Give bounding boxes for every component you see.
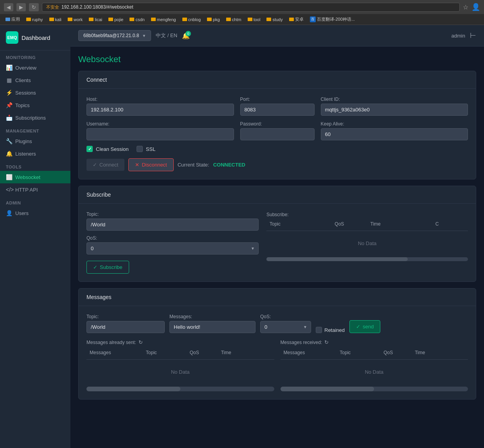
bookmark-kali[interactable]: kali (47, 16, 64, 23)
subscriptions-icon: 📩 (6, 115, 12, 121)
folder-icon (68, 18, 72, 21)
folder-icon (207, 18, 212, 21)
client-id-label: Client ID: (321, 97, 468, 102)
bookmark-pkg[interactable]: pkg (205, 16, 222, 23)
messages-tables: Messages already sent: ↻ Messages Topic … (86, 339, 468, 391)
client-id-input[interactable] (321, 104, 468, 116)
folder-icon (266, 18, 271, 21)
subscribe-table-header: Topic QoS Time C (266, 220, 468, 231)
ssl-checkbox[interactable] (137, 146, 143, 152)
subscribe-qos-label: QoS: (86, 235, 259, 241)
clients-icon: ▦ (6, 77, 12, 83)
forward-button[interactable]: ▶ (16, 3, 26, 11)
recv-col-messages: Messages (281, 348, 337, 357)
host-label: Host: (86, 97, 234, 102)
sidebar-item-users[interactable]: 👤 Users (0, 207, 70, 219)
account-button[interactable]: 👤 (471, 3, 480, 11)
address-bar[interactable]: 不安全 192.168.2.100:18083/#/websocket (42, 3, 460, 12)
sidebar-item-overview[interactable]: 📊 Overview (0, 61, 70, 74)
messages-form-row: Topic: Messages: QoS: 0 (86, 314, 468, 333)
messages-topic-input[interactable] (86, 321, 165, 333)
bookmark-cnblog[interactable]: cnblog (180, 16, 203, 23)
bookmark-tool[interactable]: tool (245, 16, 263, 23)
language-button[interactable]: 中文 / EN (156, 32, 177, 39)
bookmark-study[interactable]: study (264, 16, 285, 23)
port-input[interactable] (240, 104, 315, 116)
bookmark-pojie[interactable]: pojie (106, 16, 126, 23)
disconnect-button[interactable]: ✕ Disconnect (128, 158, 173, 171)
clean-session-label: Clean Session (96, 146, 129, 152)
admin-user-button[interactable]: admin (452, 33, 465, 39)
keep-alive-input[interactable] (321, 128, 468, 140)
bookmark-android[interactable]: 安卓 (287, 16, 306, 23)
folder-icon (130, 18, 134, 21)
subscribe-scrollbar[interactable] (266, 257, 468, 261)
subscribe-card: Subscribe Topic: QoS: (78, 186, 476, 282)
col-action: C (432, 220, 468, 228)
sent-col-qos: QoS (187, 348, 218, 357)
plugins-icon: 🔧 (6, 138, 12, 144)
folder-icon (49, 18, 54, 21)
subscribe-qos-select[interactable]: 0 1 2 (86, 242, 259, 254)
bookmark-work[interactable]: work (65, 16, 85, 23)
sidebar-item-plugins[interactable]: 🔧 Plugins (0, 135, 70, 147)
connect-btn-label: Connect (99, 162, 118, 168)
subscribe-button[interactable]: ✓ Subscribe (86, 261, 129, 274)
folder-icon (151, 18, 156, 21)
logout-button[interactable]: ⊢ (470, 31, 476, 40)
sent-scrollbar-thumb (86, 387, 180, 391)
sent-table-header: Messages Topic QoS Time (86, 348, 274, 360)
security-warning: 不安全 (46, 4, 59, 10)
sidebar-item-subscriptions[interactable]: 📩 Subscriptions (0, 111, 70, 124)
messages-topic-group: Topic: (86, 314, 165, 333)
sidebar-item-sessions[interactable]: ⚡ Sessions (0, 86, 70, 99)
bookmark-chtm[interactable]: chtm (224, 16, 244, 23)
clean-session-checkbox[interactable]: ✓ (86, 146, 93, 152)
received-title: Messages received: ↻ (281, 339, 468, 345)
sent-refresh-icon[interactable]: ↻ (139, 339, 143, 345)
bookmark-ruphy[interactable]: ruphy (24, 16, 45, 23)
sidebar-item-websocket[interactable]: ⬜ Websocket (0, 171, 70, 183)
address-text: 192.168.2.100:18083/#/websocket (61, 4, 133, 10)
sessions-icon: ⚡ (6, 90, 12, 96)
messages-qos-group: QoS: 0 1 2 ▼ (260, 314, 311, 333)
bookmark-mengfeng[interactable]: mengfeng (149, 16, 178, 23)
received-refresh-icon[interactable]: ↻ (324, 339, 329, 345)
apps-icon (5, 18, 10, 21)
overview-label: Overview (15, 65, 36, 71)
folder-icon (248, 18, 252, 21)
messages-qos-select[interactable]: 0 1 2 (260, 321, 311, 333)
host-input[interactable] (86, 104, 234, 116)
current-state-value: CONNECTED (213, 162, 245, 168)
baidu-icon: 百 (310, 16, 316, 22)
refresh-button[interactable]: ↻ (29, 3, 39, 11)
connect-button[interactable]: ✓ Connect (86, 159, 124, 171)
subscribe-topic-input[interactable] (86, 219, 259, 231)
bookmark-star-button[interactable]: ☆ (463, 4, 468, 11)
sidebar-item-clients[interactable]: ▦ Clients (0, 74, 70, 86)
username-input[interactable] (86, 128, 234, 140)
keep-alive-label: Keep Alive: (321, 121, 468, 127)
server-selector[interactable]: 68b0faeb9faa@172.21.0.8 ▼ (78, 30, 151, 41)
sidebar-item-listeners[interactable]: 🔔 Listeners (0, 147, 70, 160)
port-label: Port: (240, 97, 315, 102)
monitoring-section-label: MONITORING (0, 50, 70, 61)
bookmark-licai[interactable]: licai (86, 16, 104, 23)
bookmark-apps[interactable]: 应用 (3, 16, 22, 23)
retained-checkbox[interactable] (316, 327, 322, 333)
received-table-header: Messages Topic QoS Time (281, 348, 468, 360)
sent-title-text: Messages already sent: (86, 340, 136, 345)
bookmark-baidu-translate[interactable]: 百 百度翻译-200种语... (308, 16, 357, 23)
messages-card-header: Messages (79, 289, 476, 306)
sent-scrollbar[interactable] (86, 387, 274, 391)
received-scrollbar[interactable] (281, 387, 468, 391)
sidebar-item-topics[interactable]: 📌 Topics (0, 99, 70, 111)
send-button[interactable]: ✓ send (349, 320, 380, 333)
received-scrollbar-thumb (281, 387, 374, 391)
sidebar-item-http-api[interactable]: </> HTTP API (0, 183, 70, 196)
messages-content-input[interactable] (169, 321, 255, 333)
password-input[interactable] (240, 128, 315, 140)
bookmark-csdn[interactable]: csdn (127, 16, 147, 23)
back-button[interactable]: ◀ (4, 3, 13, 11)
connect-card-header: Connect (79, 71, 476, 89)
